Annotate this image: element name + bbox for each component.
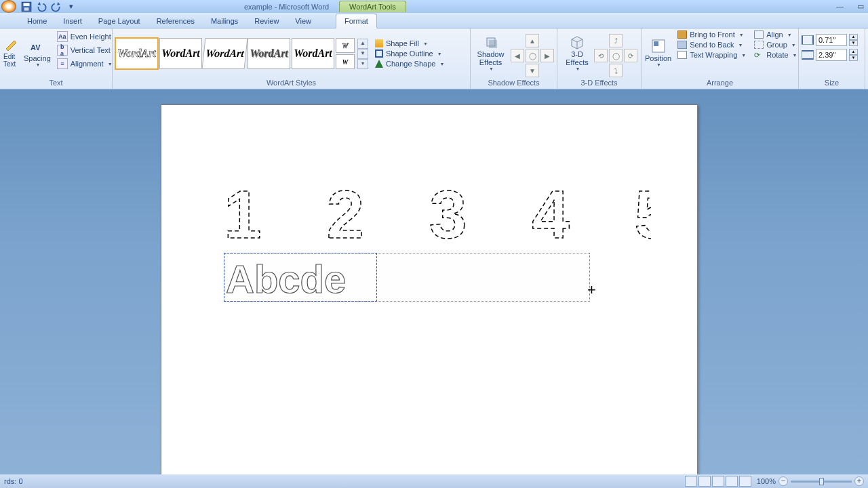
- group-icon: [754, 41, 764, 49]
- paint-bucket-icon: [375, 39, 383, 47]
- rotate-icon: ⟳: [754, 51, 764, 59]
- send-to-back-dropdown[interactable]: Send to Back▼: [675, 40, 749, 49]
- undo-icon[interactable]: [35, 1, 47, 12]
- ribbon: Edit Text AV Spacing ▼ AaEven Height baV…: [0, 28, 868, 89]
- wordart-numbers[interactable]: 1 2 3 4 5: [224, 170, 651, 250]
- tab-home[interactable]: Home: [19, 14, 55, 28]
- 3d-tilt-grid: ⤴ ⟲◯⟳ ⤵: [594, 34, 637, 77]
- wordart-letters-selection[interactable]: Abcde: [224, 253, 377, 302]
- even-height-toggle[interactable]: AaEven Height: [54, 30, 115, 43]
- view-draft[interactable]: [739, 476, 751, 487]
- minimize-icon[interactable]: —: [836, 2, 844, 11]
- view-full-screen[interactable]: [698, 476, 711, 487]
- align-icon: [754, 30, 764, 39]
- group-label-styles: WordArt Styles: [115, 77, 467, 89]
- tab-references[interactable]: References: [149, 14, 203, 28]
- style-thumb-4[interactable]: WordArt: [248, 38, 290, 69]
- change-shape-dropdown[interactable]: Change Shape▼: [372, 59, 447, 68]
- title-bar: ▾ example - Microsoft Word WordArt Tools…: [0, 0, 868, 13]
- align-dropdown[interactable]: Align▼: [751, 30, 800, 39]
- position-button[interactable]: Position▼: [644, 30, 672, 75]
- text-wrap-icon: [677, 51, 687, 59]
- group-label-3d: 3-D Effects: [560, 77, 638, 89]
- ribbon-tabs: Home Insert Page Layout References Maili…: [0, 13, 868, 28]
- vertical-text-icon: ba: [57, 45, 68, 56]
- tilt-reset[interactable]: ◯: [609, 49, 623, 62]
- group-label-shadow: Shadow Effects: [473, 77, 554, 89]
- width-input[interactable]: [816, 49, 847, 61]
- group-label-text: Text: [3, 77, 109, 89]
- text-wrapping-dropdown[interactable]: Text Wrapping▼: [675, 50, 749, 60]
- qat-dropdown-icon[interactable]: ▾: [65, 1, 77, 12]
- height-icon: [802, 35, 814, 45]
- group-label-arrange: Arrange: [644, 77, 795, 89]
- style-thumb-1[interactable]: WordArt: [115, 38, 158, 69]
- tilt-down[interactable]: ⤵: [609, 64, 623, 77]
- bring-to-front-dropdown[interactable]: Bring to Front▼: [675, 30, 749, 39]
- tab-insert[interactable]: Insert: [55, 14, 90, 28]
- tab-mailings[interactable]: Mailings: [203, 14, 246, 28]
- save-icon[interactable]: [20, 1, 33, 12]
- svg-rect-5: [489, 40, 497, 48]
- width-spinner[interactable]: ▲▼: [849, 49, 858, 61]
- shadow-nudge-right[interactable]: ▶: [540, 49, 554, 62]
- document-viewport[interactable]: 1 2 3 4 5 Abcde +: [0, 89, 868, 474]
- gallery-scroll[interactable]: ▲▼▾: [357, 39, 368, 69]
- style-thumb-7[interactable]: W: [336, 54, 355, 69]
- style-thumb-3[interactable]: WordArt: [202, 38, 248, 69]
- contextual-tab-label: WordArt Tools: [339, 1, 406, 12]
- vertical-text-toggle[interactable]: baVertical Text: [54, 43, 115, 57]
- svg-rect-2: [24, 7, 29, 11]
- svg-rect-1: [24, 3, 30, 6]
- group-label-size: Size: [802, 77, 862, 89]
- wordart-styles-gallery: WordArt WordArt WordArt WordArt WordArt …: [115, 38, 368, 69]
- zoom-out-button[interactable]: −: [778, 476, 788, 486]
- tab-view[interactable]: View: [287, 14, 319, 28]
- send-back-icon: [677, 41, 687, 49]
- alignment-dropdown[interactable]: ≡Alignment▼: [54, 57, 115, 70]
- maximize-icon[interactable]: ▭: [857, 2, 864, 11]
- svg-text:AV: AV: [31, 43, 41, 52]
- zoom-slider[interactable]: [791, 481, 852, 483]
- svg-text:1 2 3 4 5: 1 2 3 4 5: [224, 176, 651, 250]
- shadow-nudge-down[interactable]: ▼: [526, 64, 539, 77]
- shadow-nudge-grid: ▲ ◀◯▶ ▼: [511, 34, 554, 77]
- zoom-in-button[interactable]: +: [854, 476, 864, 486]
- status-bar: rds: 0 100% − +: [0, 474, 868, 488]
- tilt-right[interactable]: ⟳: [624, 49, 637, 62]
- shadow-effects-button[interactable]: Shadow Effects▼: [473, 30, 508, 75]
- word-count[interactable]: rds: 0: [4, 477, 685, 485]
- style-thumb-2[interactable]: WordArt: [159, 38, 202, 69]
- rotate-dropdown[interactable]: ⟳Rotate▼: [751, 50, 800, 60]
- style-thumb-6[interactable]: W: [336, 38, 355, 53]
- height-spinner[interactable]: ▲▼: [849, 34, 858, 46]
- office-button[interactable]: [1, 0, 16, 13]
- spacing-button[interactable]: AV Spacing ▼: [23, 30, 52, 75]
- tab-page-layout[interactable]: Page Layout: [90, 14, 149, 28]
- shadow-nudge-left[interactable]: ◀: [511, 49, 524, 62]
- height-input[interactable]: [816, 34, 847, 46]
- shape-fill-dropdown[interactable]: Shape Fill▼: [372, 39, 447, 48]
- change-shape-icon: [375, 60, 383, 68]
- page[interactable]: 1 2 3 4 5 Abcde +: [161, 104, 698, 474]
- alignment-icon: ≡: [57, 58, 68, 69]
- edit-text-button[interactable]: Edit Text: [3, 30, 20, 75]
- tab-review[interactable]: Review: [246, 14, 287, 28]
- tilt-left[interactable]: ⟲: [594, 49, 608, 62]
- shadow-nudge-up[interactable]: ▲: [526, 34, 539, 47]
- view-print-layout[interactable]: [685, 476, 697, 487]
- shape-outline-dropdown[interactable]: Shape Outline▼: [372, 49, 447, 58]
- bring-front-icon: [677, 30, 687, 39]
- view-outline[interactable]: [726, 476, 738, 487]
- 3d-effects-button[interactable]: 3-D Effects▼: [560, 30, 594, 75]
- group-dropdown[interactable]: Group▼: [751, 40, 800, 49]
- redo-icon[interactable]: [50, 1, 62, 12]
- zoom-level[interactable]: 100%: [757, 477, 776, 485]
- style-thumb-5[interactable]: WordArt: [292, 38, 334, 69]
- pen-outline-icon: [375, 49, 383, 58]
- tilt-up[interactable]: ⤴: [609, 34, 623, 47]
- tab-format[interactable]: Format: [336, 14, 377, 28]
- view-web[interactable]: [712, 476, 724, 487]
- svg-rect-7: [654, 41, 658, 46]
- shadow-toggle[interactable]: ◯: [526, 49, 539, 62]
